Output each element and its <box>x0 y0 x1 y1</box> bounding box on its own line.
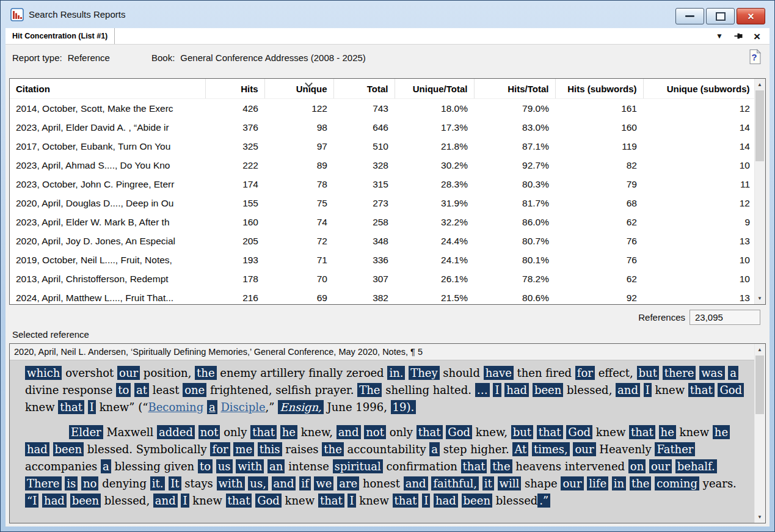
scroll-down-icon[interactable]: ▼ <box>755 293 765 304</box>
highlighted-word: I <box>493 383 501 397</box>
value-cell: 18.0% <box>395 99 474 118</box>
reference-scrollbar-thumb[interactable] <box>755 355 764 414</box>
minimize-icon <box>685 15 694 17</box>
citation-cell: 2014, October, Scott, Make the Exerc <box>10 99 205 118</box>
reference-citation-title[interactable]: 2020, April, Neil L. Andersen, ‘Spiritua… <box>10 344 755 360</box>
table-row[interactable]: 2023, April, Ahmad S...., Do You Kno2228… <box>10 156 756 175</box>
pin-icon[interactable] <box>733 31 743 41</box>
minimize-button[interactable] <box>675 8 704 24</box>
references-count-field: 23,095 <box>689 310 760 325</box>
highlighted-word: I <box>347 494 355 508</box>
highlighted-word: there <box>663 366 696 380</box>
highlighted-word: in. <box>387 366 405 380</box>
book-value: General Conference Addresses (2008 - 202… <box>180 53 366 63</box>
tab-close-icon[interactable]: × <box>754 31 760 42</box>
highlighted-word: and <box>337 425 361 439</box>
value-cell: 328 <box>333 156 395 175</box>
value-cell: 79.0% <box>474 99 555 118</box>
highlighted-word: added <box>157 425 195 439</box>
help-button[interactable]: ? <box>749 49 762 65</box>
value-cell: 258 <box>333 213 395 231</box>
close-button[interactable]: × <box>737 8 765 24</box>
word: knew <box>655 384 685 396</box>
word: confirmation <box>387 460 457 473</box>
highlighted-word: had <box>504 383 529 397</box>
citation-cell: 2023, April, Ahmad S...., Do You Kno <box>10 156 205 175</box>
column-header-citation[interactable]: Citation <box>10 79 205 99</box>
scroll-down-icon[interactable]: ▼ <box>755 512 765 522</box>
highlighted-word: if <box>299 476 310 490</box>
table-row[interactable]: 2020, April, Joy D. Jones, An Especial20… <box>10 231 756 250</box>
column-header-hits-total[interactable]: Hits/Total <box>474 79 555 99</box>
highlighted-word: are <box>337 476 359 490</box>
column-header-hits-subwords[interactable]: Hits (subwords) <box>555 79 643 99</box>
tab-menu-dropdown-icon[interactable]: ▼ <box>716 32 723 40</box>
highlighted-word: that <box>688 383 715 397</box>
word: accountability <box>347 443 426 456</box>
highlighted-word: I <box>181 494 189 508</box>
table-row[interactable]: 2017, October, Eubank, Turn On You325975… <box>10 137 756 156</box>
value-cell: 646 <box>333 118 395 137</box>
table-row[interactable]: 2023, April, Elder David A. , “Abide ir3… <box>10 118 756 137</box>
table-scrollbar[interactable]: ▲ ▼ <box>754 79 765 304</box>
table-row[interactable]: 2023, April, Elder W. Mark B, After th16… <box>10 213 756 231</box>
table-row[interactable]: 2023, October, John C. Pingree, Eterr174… <box>10 175 756 194</box>
word: blessed <box>496 494 538 507</box>
app-histogram-icon <box>10 8 24 21</box>
value-cell: 83.0% <box>474 118 555 137</box>
highlighted-word: a <box>429 442 440 456</box>
table-row[interactable]: 2020, April, Douglas D...., Deep in Ou15… <box>10 194 756 213</box>
tab-hit-concentration[interactable]: Hit Concentration (List #1) <box>5 28 115 44</box>
results-table-body: 2014, October, Scott, Make the Exerc4261… <box>10 99 756 305</box>
column-header-unique[interactable]: Unique <box>264 79 333 99</box>
highlighted-word: I <box>422 494 430 508</box>
table-row[interactable]: 2013, April, Christofferson, Redempt1787… <box>10 269 756 288</box>
word: ,” <box>266 401 275 414</box>
reference-text[interactable]: which overshot our position, the enemy a… <box>10 360 755 523</box>
maximize-button[interactable] <box>706 8 735 24</box>
value-cell: 78 <box>264 175 333 194</box>
highlighted-word: God <box>255 494 282 508</box>
column-header-hits[interactable]: Hits <box>205 79 264 99</box>
highlighted-word: he <box>713 425 730 439</box>
reference-link[interactable]: a <box>207 400 217 414</box>
help-icon: ? <box>751 53 757 62</box>
value-cell: 10 <box>643 250 756 269</box>
table-scrollbar-thumb[interactable] <box>755 90 764 161</box>
column-header-total[interactable]: Total <box>333 79 395 99</box>
highlighted-word: that <box>318 494 344 508</box>
value-cell: 86.0% <box>474 213 555 231</box>
highlighted-word: have <box>484 366 514 380</box>
title-bar[interactable]: Search Results Reports × <box>1 1 774 28</box>
highlighted-word: had <box>434 494 458 508</box>
references-count-row: References 23,095 <box>638 309 760 325</box>
word: blessed. <box>87 443 133 456</box>
highlighted-word: will <box>498 476 522 490</box>
word: should <box>443 366 480 379</box>
highlighted-word: God <box>718 383 744 397</box>
highlighted-word: with <box>217 476 245 490</box>
highlighted-word: I <box>88 400 96 414</box>
table-row[interactable]: 2019, October, Neil L...., Fruit, Notes,… <box>10 250 756 269</box>
highlighted-word: for <box>575 366 595 380</box>
value-cell: 80.1% <box>474 250 555 269</box>
value-cell: 21.5% <box>395 288 474 305</box>
value-cell: 315 <box>333 175 395 194</box>
word: raises <box>285 443 318 456</box>
word: knew <box>25 401 55 414</box>
reference-link[interactable]: Disciple <box>220 401 265 414</box>
column-header-unique-subwords[interactable]: Unique (subwords) <box>643 79 756 99</box>
column-header-unique-total[interactable]: Unique/Total <box>395 79 474 99</box>
results-header-row: CitationHitsUniqueTotalUnique/TotalHits/… <box>10 79 756 99</box>
highlighted-word: to <box>198 459 213 473</box>
table-row[interactable]: 2024, April, Matthew L...., Fruit That..… <box>10 288 756 305</box>
word: divine response <box>25 384 113 396</box>
reference-scrollbar[interactable]: ▲ ▼ <box>754 344 765 523</box>
value-cell: 160 <box>205 213 264 231</box>
scroll-up-icon[interactable]: ▲ <box>755 79 765 90</box>
value-cell: 12 <box>643 99 756 118</box>
close-icon: × <box>748 11 754 22</box>
table-row[interactable]: 2014, October, Scott, Make the Exerc4261… <box>10 99 756 118</box>
scroll-up-icon[interactable]: ▲ <box>755 344 765 355</box>
reference-link[interactable]: Becoming <box>148 401 203 414</box>
